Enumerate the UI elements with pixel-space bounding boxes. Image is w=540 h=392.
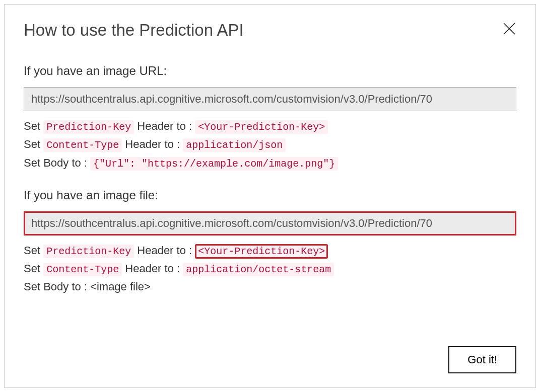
- content-type-value-chip: application/json: [183, 138, 286, 152]
- text: Set: [24, 262, 43, 275]
- content-type-chip: Content-Type: [43, 263, 122, 276]
- content-type-chip: Content-Type: [43, 138, 122, 152]
- dialog-footer: Got it!: [448, 346, 516, 373]
- text: Set: [24, 120, 43, 132]
- prediction-api-dialog: How to use the Prediction API If you hav…: [4, 4, 536, 388]
- url-content-type-line: Set Content-Type Header to : application…: [24, 135, 516, 153]
- section-file-heading: If you have an image file:: [24, 188, 516, 202]
- file-endpoint-box[interactable]: https://southcentralus.api.cognitive.mic…: [24, 211, 516, 236]
- got-it-button[interactable]: Got it!: [448, 346, 516, 373]
- text: Set: [24, 138, 43, 150]
- prediction-key-chip: Prediction-Key: [43, 120, 134, 134]
- section-url-heading: If you have an image URL:: [24, 64, 516, 78]
- text: Header to :: [122, 262, 183, 275]
- text: Set Body to :: [24, 156, 90, 169]
- url-prediction-key-line: Set Prediction-Key Header to : <Your-Pre…: [24, 117, 516, 135]
- text: Set: [24, 244, 43, 257]
- url-endpoint-box[interactable]: https://southcentralus.api.cognitive.mic…: [24, 87, 516, 111]
- text: Header to :: [122, 138, 183, 150]
- text: Header to :: [134, 244, 195, 257]
- prediction-key-chip: Prediction-Key: [43, 245, 134, 258]
- prediction-key-value-chip: <Your-Prediction-Key>: [195, 244, 328, 259]
- file-prediction-key-line: Set Prediction-Key Header to : <Your-Pre…: [24, 242, 516, 260]
- body-json-chip: {"Url": "https://example.com/image.png"}: [90, 157, 338, 171]
- close-icon[interactable]: [502, 22, 516, 36]
- content-type-value-chip: application/octet-stream: [183, 263, 334, 276]
- text: Header to :: [134, 120, 195, 132]
- prediction-key-value-chip: <Your-Prediction-Key>: [195, 120, 328, 134]
- file-body-line: Set Body to : <image file>: [24, 278, 516, 296]
- url-body-line: Set Body to : {"Url": "https://example.c…: [24, 154, 516, 172]
- dialog-title: How to use the Prediction API: [24, 21, 244, 40]
- dialog-header: How to use the Prediction API: [24, 21, 516, 40]
- file-content-type-line: Set Content-Type Header to : application…: [24, 260, 516, 278]
